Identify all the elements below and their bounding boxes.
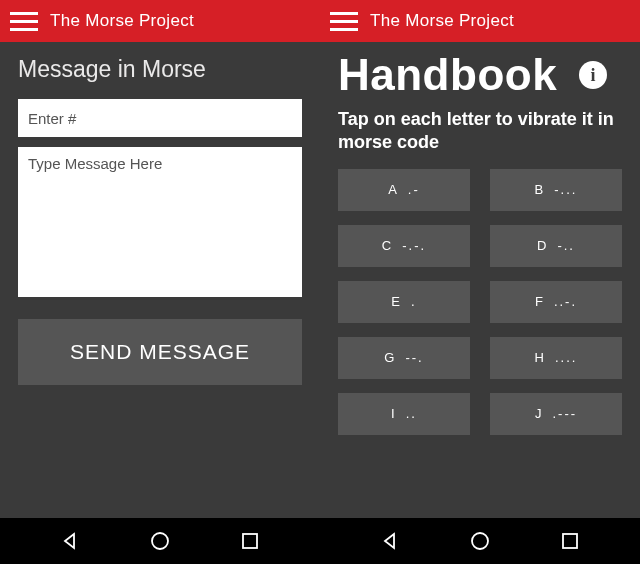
- letter-button-i[interactable]: I..: [338, 393, 470, 435]
- topbar-left: The Morse Project: [0, 0, 320, 42]
- send-message-button[interactable]: SEND MESSAGE: [18, 319, 302, 385]
- morse-code: --.: [405, 350, 423, 365]
- svg-point-0: [152, 533, 168, 549]
- letter-label: D: [537, 238, 547, 253]
- info-icon[interactable]: i: [579, 61, 607, 89]
- letter-label: B: [535, 182, 545, 197]
- letter-grid: A.-B-...C-.-.D-..E.F..-.G--.H....I..J.--…: [338, 169, 622, 441]
- morse-code: .---: [552, 406, 577, 421]
- svg-rect-1: [243, 534, 257, 548]
- letter-label: E: [391, 294, 401, 309]
- page-heading-left: Message in Morse: [18, 56, 302, 83]
- home-icon[interactable]: [140, 521, 180, 561]
- heading-row: Handbook i: [338, 50, 622, 100]
- letter-label: H: [535, 350, 545, 365]
- phone-input[interactable]: [18, 99, 302, 137]
- app-title-left: The Morse Project: [50, 11, 194, 31]
- letter-label: I: [391, 406, 396, 421]
- page-heading-right: Handbook: [338, 50, 557, 100]
- message-input[interactable]: [18, 147, 302, 297]
- letter-button-c[interactable]: C-.-.: [338, 225, 470, 267]
- recent-apps-icon[interactable]: [550, 521, 590, 561]
- morse-code: ..: [406, 406, 417, 421]
- morse-code: -...: [554, 182, 577, 197]
- svg-point-2: [472, 533, 488, 549]
- morse-code: ....: [555, 350, 577, 365]
- subheading: Tap on each letter to vibrate it in mors…: [338, 108, 622, 155]
- left-screen: The Morse Project Message in Morse SEND …: [0, 0, 320, 564]
- app-title-right: The Morse Project: [370, 11, 514, 31]
- letter-button-j[interactable]: J.---: [490, 393, 622, 435]
- morse-code: -..: [557, 238, 575, 253]
- letter-label: J: [535, 406, 543, 421]
- menu-icon[interactable]: [330, 7, 358, 35]
- letter-button-a[interactable]: A.-: [338, 169, 470, 211]
- morse-code: .-: [408, 182, 420, 197]
- android-navbar-left: [0, 518, 320, 564]
- letter-label: F: [535, 294, 544, 309]
- letter-button-f[interactable]: F..-.: [490, 281, 622, 323]
- morse-code: .: [411, 294, 417, 309]
- letter-label: A: [388, 182, 398, 197]
- svg-rect-3: [563, 534, 577, 548]
- letter-button-d[interactable]: D-..: [490, 225, 622, 267]
- morse-code: -.-.: [402, 238, 426, 253]
- right-screen: The Morse Project Handbook i Tap on each…: [320, 0, 640, 564]
- right-content: Handbook i Tap on each letter to vibrate…: [320, 42, 640, 518]
- recent-apps-icon[interactable]: [230, 521, 270, 561]
- left-content: Message in Morse SEND MESSAGE: [0, 42, 320, 518]
- letter-button-e[interactable]: E.: [338, 281, 470, 323]
- android-navbar-right: [320, 518, 640, 564]
- back-icon[interactable]: [370, 521, 410, 561]
- letter-button-h[interactable]: H....: [490, 337, 622, 379]
- morse-code: ..-.: [554, 294, 577, 309]
- letter-button-g[interactable]: G--.: [338, 337, 470, 379]
- home-icon[interactable]: [460, 521, 500, 561]
- back-icon[interactable]: [50, 521, 90, 561]
- letter-label: C: [382, 238, 392, 253]
- letter-label: G: [384, 350, 395, 365]
- menu-icon[interactable]: [10, 7, 38, 35]
- letter-button-b[interactable]: B-...: [490, 169, 622, 211]
- topbar-right: The Morse Project: [320, 0, 640, 42]
